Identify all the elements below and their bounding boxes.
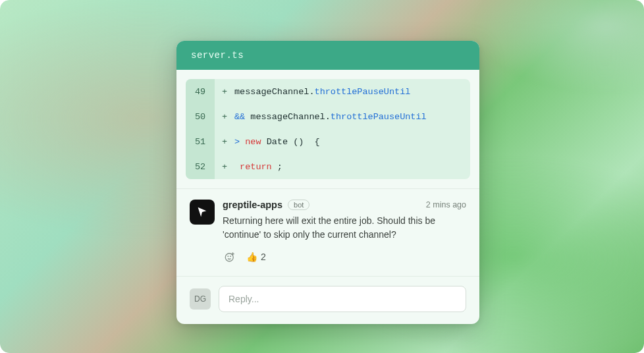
- code-content: return ;: [234, 162, 470, 172]
- card-header: server.ts: [176, 41, 479, 70]
- line-number: 49: [186, 79, 215, 104]
- diff-marker: +: [215, 137, 234, 147]
- comment-header: greptile-apps bot 2 mins ago: [223, 200, 466, 210]
- line-number: 52: [186, 154, 215, 179]
- code-line[interactable]: 51+> new Date () {: [186, 129, 470, 154]
- diff-marker: +: [215, 112, 234, 122]
- thumbsup-icon: 👍: [246, 252, 257, 262]
- svg-point-2: [230, 256, 231, 257]
- user-avatar[interactable]: DG: [190, 288, 211, 310]
- line-number: 50: [186, 104, 215, 129]
- add-reaction-button[interactable]: [223, 250, 237, 264]
- code-line[interactable]: 49+messageChannel.throttlePauseUntil: [186, 79, 470, 104]
- filename: server.ts: [191, 50, 244, 61]
- reaction-thumbsup[interactable]: 👍 2: [246, 252, 266, 262]
- comment-body: greptile-apps bot 2 mins ago Returning h…: [223, 200, 466, 264]
- code-review-card: server.ts 49+messageChannel.throttlePaus…: [176, 41, 479, 324]
- svg-point-0: [225, 254, 233, 261]
- comment-author[interactable]: greptile-apps: [223, 200, 282, 210]
- svg-point-1: [228, 256, 228, 257]
- greptile-logo-icon: [195, 205, 209, 219]
- line-number: 51: [186, 129, 215, 154]
- code-content: messageChannel.throttlePauseUntil: [234, 87, 470, 97]
- diff-marker: +: [215, 162, 234, 172]
- comment-section: greptile-apps bot 2 mins ago Returning h…: [176, 188, 479, 276]
- reaction-bar: 👍 2: [223, 250, 466, 264]
- code-line[interactable]: 50+&& messageChannel.throttlePauseUntil: [186, 104, 470, 129]
- reply-section: DG: [176, 276, 479, 324]
- comment-text: Returning here will exit the entire job.…: [223, 214, 466, 242]
- smiley-plus-icon: [224, 251, 236, 263]
- code-content: > new Date () {: [234, 137, 470, 147]
- bot-badge: bot: [288, 200, 309, 210]
- reply-input[interactable]: [219, 286, 466, 312]
- code-diff-block: 49+messageChannel.throttlePauseUntil50+&…: [186, 79, 470, 179]
- author-avatar[interactable]: [190, 200, 215, 225]
- code-content: && messageChannel.throttlePauseUntil: [234, 112, 470, 122]
- diff-marker: +: [215, 87, 234, 97]
- code-line[interactable]: 52+ return ;: [186, 154, 470, 179]
- comment-timestamp: 2 mins ago: [426, 200, 466, 209]
- reaction-count: 2: [261, 252, 266, 262]
